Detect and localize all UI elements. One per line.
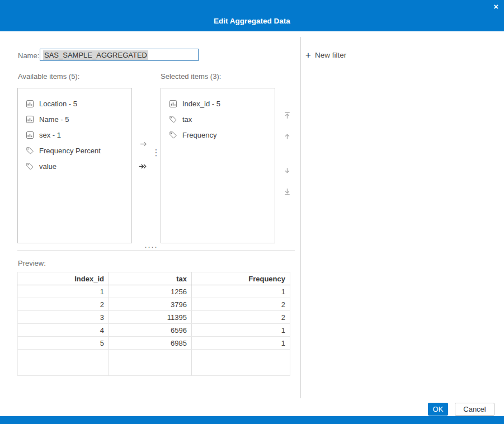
item-label: Location - 5 (39, 100, 77, 108)
available-item[interactable]: Name - 5 (18, 111, 131, 127)
selected-items-list: Index_id - 5 tax Frequency (161, 88, 275, 243)
arrow-down-icon (282, 166, 292, 175)
selected-item[interactable]: Index_id - 5 (161, 96, 275, 111)
close-icon: × (493, 2, 498, 11)
table-cell: 2 (192, 311, 290, 324)
panel-divider (300, 37, 301, 398)
arrow-to-bottom-icon (282, 187, 292, 196)
preview-table: Index_id tax Frequency 1 1256 1 2 3796 2… (17, 272, 290, 376)
table-cell: 1 (18, 285, 109, 298)
name-label: Name: (18, 51, 39, 60)
tag-icon (26, 162, 34, 171)
table-cell: 3796 (109, 298, 192, 311)
bar-chart-icon (26, 131, 34, 139)
table-cell: 6596 (109, 324, 192, 337)
table-cell: 1 (192, 285, 290, 298)
table-cell: 1256 (109, 285, 192, 298)
item-label: tax (182, 115, 192, 124)
table-row: 4 6596 1 (18, 324, 290, 337)
table-row: 3 11395 2 (18, 311, 290, 324)
move-all-right-button[interactable] (137, 161, 148, 172)
dialog-title: Edit Aggregated Data (0, 17, 504, 25)
available-items-list: Location - 5 Name - 5 sex - 1 Frequency … (17, 88, 132, 243)
new-filter-label: New filter (315, 51, 346, 59)
table-cell: 1 (192, 337, 290, 350)
selected-items-label: Selected items (3): (161, 72, 221, 81)
table-cell: 3 (18, 311, 109, 324)
table-cell: 1 (192, 324, 290, 337)
item-label: Frequency (182, 131, 216, 139)
tag-icon (169, 131, 177, 139)
available-item[interactable]: Location - 5 (18, 96, 131, 111)
available-item[interactable]: sex - 1 (18, 127, 131, 143)
arrow-to-top-icon (282, 111, 292, 120)
close-button[interactable]: × (492, 1, 500, 12)
preview-header-row: Index_id tax Frequency (18, 272, 290, 285)
table-row: 5 6985 1 (18, 337, 290, 350)
ok-button[interactable]: OK (428, 403, 448, 416)
tag-icon (26, 147, 34, 155)
table-cell: 6985 (109, 337, 192, 350)
preview-label: Preview: (18, 259, 46, 267)
table-cell: 2 (192, 298, 290, 311)
cancel-button[interactable]: Cancel (455, 403, 494, 416)
item-label: value (39, 162, 56, 171)
name-input-value: SAS_SAMPLE_AGGREGATED (43, 50, 148, 60)
move-up-button[interactable] (281, 131, 293, 142)
bar-chart-icon (26, 115, 34, 124)
column-header: tax (109, 272, 192, 285)
dialog-header: Edit Aggregated Data × (0, 0, 504, 31)
available-item[interactable]: Frequency Percent (18, 143, 131, 158)
table-cell (109, 350, 192, 376)
bar-chart-icon (169, 100, 177, 108)
vertical-drag-handle[interactable]: ⋮ (152, 147, 161, 158)
bottom-accent-bar (0, 416, 504, 424)
table-cell (192, 350, 290, 376)
table-cell: 4 (18, 324, 109, 337)
table-cell: 11395 (109, 311, 192, 324)
splitter-line (17, 250, 295, 251)
column-header: Index_id (18, 272, 109, 285)
arrow-right-icon (139, 139, 149, 149)
item-label: Index_id - 5 (182, 100, 220, 108)
double-arrow-right-icon (138, 162, 148, 171)
table-row: 1 1256 1 (18, 285, 290, 298)
plus-icon: + (305, 50, 311, 60)
new-filter-button[interactable]: + New filter (305, 50, 346, 60)
arrow-up-icon (282, 132, 292, 142)
tag-icon (169, 115, 177, 124)
available-item[interactable]: value (18, 158, 131, 174)
table-cell: 5 (18, 337, 109, 350)
table-cell: 2 (18, 298, 109, 311)
item-label: Name - 5 (39, 115, 69, 124)
name-input[interactable]: SAS_SAMPLE_AGGREGATED (40, 49, 199, 61)
edit-aggregated-data-dialog: Edit Aggregated Data × Name: SAS_SAMPLE_… (0, 0, 504, 424)
bar-chart-icon (26, 100, 34, 108)
table-cell (18, 350, 109, 376)
move-down-button[interactable] (281, 164, 293, 176)
move-to-top-button[interactable] (281, 110, 293, 121)
item-label: Frequency Percent (39, 147, 101, 155)
table-row: 2 3796 2 (18, 298, 290, 311)
table-empty-row (18, 350, 290, 376)
column-header: Frequency (192, 272, 290, 285)
item-label: sex - 1 (39, 131, 61, 139)
move-to-bottom-button[interactable] (281, 186, 293, 197)
selected-item[interactable]: tax (161, 111, 275, 127)
selected-item[interactable]: Frequency (161, 127, 275, 143)
move-right-button[interactable] (138, 138, 149, 149)
available-items-label: Available items (5): (18, 72, 79, 81)
